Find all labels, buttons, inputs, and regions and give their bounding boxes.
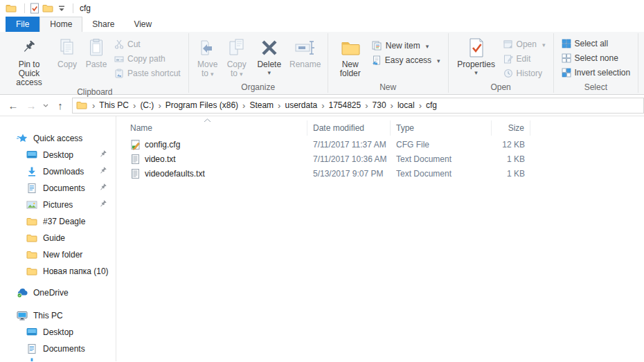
- breadcrumb-cfg[interactable]: cfg: [424, 100, 439, 110]
- copy-to-button[interactable]: Copy to: [222, 34, 251, 79]
- sidebar-item-desktop[interactable]: Desktop: [0, 147, 116, 163]
- breadcrumb-chevron[interactable]: ›: [90, 98, 97, 113]
- new-item-button[interactable]: New item: [368, 38, 444, 53]
- breadcrumb-userid[interactable]: 1754825: [327, 100, 364, 110]
- paste-shortcut-button[interactable]: Paste shortcut: [111, 66, 184, 80]
- rename-button[interactable]: Rename: [287, 34, 323, 69]
- pin-icon: [99, 167, 107, 175]
- breadcrumb-local[interactable]: local: [395, 100, 417, 110]
- tab-share[interactable]: Share: [82, 17, 124, 32]
- properties-button[interactable]: Properties: [453, 34, 500, 76]
- history-button[interactable]: History: [500, 66, 549, 80]
- sidebar-item-pictures[interactable]: Pictures: [0, 197, 116, 213]
- downloads-icon: [26, 166, 38, 177]
- breadcrumb-730[interactable]: 730: [370, 100, 388, 110]
- address-bar[interactable]: › This PC › (C:) › Program Files (x86) ›…: [72, 98, 644, 114]
- paste-button[interactable]: Paste: [82, 34, 111, 69]
- sidebar-item-pc-documents[interactable]: Documents: [0, 341, 116, 357]
- sidebar-item-onedrive[interactable]: OneDrive: [0, 284, 116, 301]
- cut-icon: [114, 39, 124, 49]
- copy-path-button[interactable]: Copy path: [111, 51, 184, 66]
- desktop-icon: [26, 327, 38, 338]
- sidebar-label: Новая папка (10): [43, 266, 109, 276]
- sidebar-label: Quick access: [33, 134, 82, 143]
- recent-locations-chevron[interactable]: [40, 104, 51, 107]
- breadcrumb-chevron[interactable]: ›: [388, 98, 395, 113]
- invert-selection-icon: [562, 68, 571, 78]
- breadcrumb-chevron[interactable]: ›: [276, 98, 283, 113]
- column-header-size[interactable]: Size: [492, 120, 530, 136]
- up-button[interactable]: ↑: [51, 100, 69, 111]
- sidebar-item-folder-novaya-papka[interactable]: Новая папка (10): [0, 263, 116, 280]
- pin-to-quick-access-button[interactable]: Pin to Quick access: [6, 34, 53, 87]
- tab-view[interactable]: View: [124, 17, 161, 32]
- sidebar-item-pc-downloads-partial[interactable]: [0, 357, 116, 361]
- sidebar-item-this-pc[interactable]: This PC: [0, 307, 116, 324]
- sidebar-item-folder-guide[interactable]: Guide: [0, 230, 116, 246]
- qat-customize-icon[interactable]: [58, 5, 65, 12]
- breadcrumb-program-files[interactable]: Program Files (x86): [163, 100, 240, 110]
- file-row[interactable]: config.cfg 7/11/2017 11:37 AM CFG File 1…: [123, 137, 644, 152]
- forward-button[interactable]: →: [22, 100, 40, 111]
- breadcrumb-userdata[interactable]: userdata: [283, 100, 319, 110]
- titlebar-separator: [24, 3, 25, 13]
- back-button[interactable]: ←: [4, 100, 22, 111]
- properties-icon: [468, 35, 485, 60]
- file-row[interactable]: videodefaults.txt 5/13/2017 9:07 PM Text…: [123, 166, 644, 181]
- edit-icon: [503, 54, 513, 64]
- breadcrumb-chevron[interactable]: ›: [363, 98, 370, 113]
- paste-shortcut-label: Paste shortcut: [127, 69, 181, 78]
- address-folder-icon: [76, 100, 88, 111]
- edit-button[interactable]: Edit: [500, 51, 549, 66]
- explorer-content: Quick access Desktop Downloads: [0, 116, 644, 361]
- pin-icon: [99, 150, 107, 159]
- new-item-icon: [372, 41, 382, 51]
- copy-button[interactable]: Copy: [53, 34, 82, 69]
- new-group-label: New: [328, 82, 448, 94]
- pin-icon: [99, 183, 107, 192]
- ribbon-group-open: Properties Open Edi: [449, 32, 553, 94]
- column-header-date-modified[interactable]: Date modified: [307, 120, 391, 136]
- file-row[interactable]: video.txt 7/11/2017 10:36 AM Text Docume…: [123, 152, 644, 166]
- onedrive-icon: [17, 287, 28, 298]
- sidebar-item-pc-desktop[interactable]: Desktop: [0, 324, 116, 341]
- sidebar-label: Documents: [43, 344, 85, 354]
- breadcrumb-chevron[interactable]: ›: [156, 98, 163, 113]
- cut-button[interactable]: Cut: [111, 37, 184, 51]
- breadcrumb-c-drive[interactable]: (C:): [138, 100, 156, 110]
- text-file-icon: [130, 154, 141, 165]
- sidebar-item-documents[interactable]: Documents: [0, 180, 116, 197]
- sidebar-item-folder-37-deagle[interactable]: #37 Deagle: [0, 213, 116, 230]
- ribbon-group-clipboard: Pin to Quick access Copy Paste: [1, 32, 188, 94]
- delete-x-icon: [259, 35, 280, 60]
- move-to-button[interactable]: Move to: [193, 34, 222, 79]
- select-none-button[interactable]: Select none: [558, 51, 634, 65]
- new-folder-button[interactable]: New folder: [332, 34, 368, 78]
- sidebar-item-downloads[interactable]: Downloads: [0, 163, 116, 180]
- select-all-button[interactable]: Select all: [558, 36, 634, 51]
- breadcrumb-chevron[interactable]: ›: [319, 98, 326, 113]
- tab-home[interactable]: Home: [39, 17, 82, 32]
- properties-label: Properties: [455, 60, 498, 69]
- open-button[interactable]: Open: [500, 37, 549, 51]
- sidebar-label: Documents: [43, 183, 85, 193]
- navigation-pane: Quick access Desktop Downloads: [0, 116, 116, 361]
- sidebar-item-quick-access[interactable]: Quick access: [0, 130, 116, 147]
- file-date: 5/13/2017 9:07 PM: [307, 169, 391, 179]
- invert-selection-button[interactable]: Invert selection: [558, 65, 634, 80]
- breadcrumb-steam[interactable]: Steam: [247, 100, 276, 110]
- easy-access-button[interactable]: Easy access: [368, 53, 444, 67]
- breadcrumb-chevron[interactable]: ›: [417, 98, 424, 113]
- sidebar-item-folder-new-folder[interactable]: New folder: [0, 246, 116, 263]
- column-header-name[interactable]: Name: [123, 120, 307, 136]
- sort-ascending-icon: [204, 118, 211, 123]
- column-header-type[interactable]: Type: [391, 120, 492, 136]
- qat-properties-icon[interactable]: [30, 3, 39, 14]
- tab-file[interactable]: File: [6, 17, 39, 32]
- breadcrumb-chevron[interactable]: ›: [131, 98, 138, 113]
- breadcrumb-this-pc[interactable]: This PC: [97, 100, 131, 110]
- file-explorer-window: cfg File Home Share View Pin to Quick ac…: [0, 0, 644, 362]
- delete-button[interactable]: Delete: [251, 34, 287, 76]
- qat-new-folder-icon[interactable]: [42, 3, 53, 14]
- breadcrumb-chevron[interactable]: ›: [240, 98, 247, 113]
